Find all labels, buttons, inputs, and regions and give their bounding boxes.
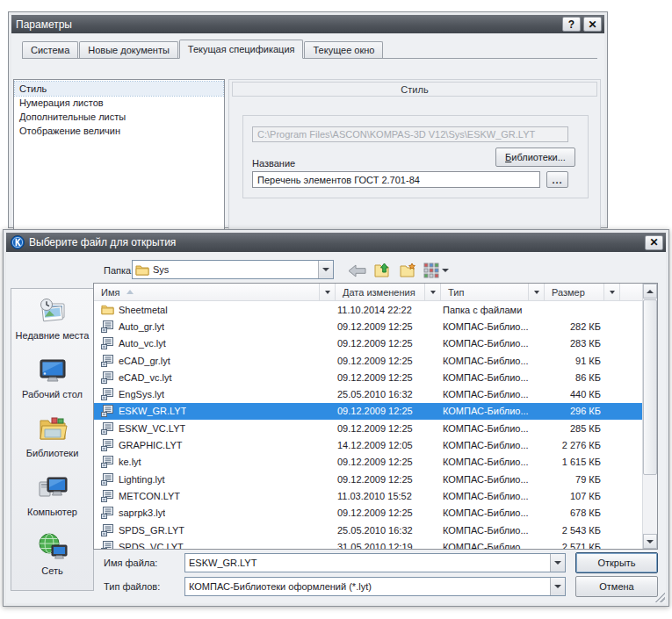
lyt-file-icon	[101, 489, 114, 502]
new-folder-button[interactable]	[398, 261, 417, 280]
column-header-filler	[620, 284, 642, 300]
file-type-label: Тип файлов:	[104, 581, 160, 592]
table-row[interactable]: SPDS_GR.LYT 25.05.2010 16:32 КОМПАС-Библ…	[94, 522, 642, 538]
table-row[interactable]: eCAD_vc.lyt 09.12.2009 12:25 КОМПАС-Библ…	[94, 369, 642, 385]
lyt-file-icon	[101, 439, 114, 452]
table-row[interactable]: Lighting.lyt 09.12.2009 12:25 КОМПАС-Биб…	[94, 471, 642, 487]
lyt-file-icon	[101, 456, 114, 469]
table-row[interactable]: eCAD_gr.lyt 09.12.2009 12:25 КОМПАС-Библ…	[94, 352, 642, 369]
lyt-file-icon	[101, 354, 114, 367]
nav-item-quantity-display[interactable]: Отображение величин	[15, 124, 223, 138]
up-one-level-icon	[373, 263, 391, 278]
place-desktop[interactable]: Рабочий стол	[11, 355, 93, 400]
column-filter-type[interactable]	[529, 284, 545, 300]
computer-icon	[37, 472, 69, 504]
style-groupbox: C:\Program Files\ASCON\KOMPAS-3D V12\Sys…	[242, 115, 589, 198]
place-network[interactable]: Сеть	[11, 531, 93, 577]
open-button[interactable]: Открыть	[575, 552, 658, 573]
close-button[interactable]: ✕	[583, 17, 602, 32]
folder-combobox-arrow[interactable]	[318, 261, 333, 278]
libraries-icon	[37, 414, 69, 445]
vertical-scrollbar[interactable]	[642, 284, 657, 549]
file-list-header: Имя Дата изменения Тип Размер	[94, 284, 642, 301]
folder-combobox[interactable]: Sys	[132, 260, 334, 279]
parameters-dialog: Параметры ? ✕ Система Новые документы Те…	[8, 11, 608, 228]
lyt-file-icon	[101, 523, 114, 536]
nav-item-additional-sheets[interactable]: Дополнительные листы	[15, 110, 223, 124]
style-name-label: Название	[252, 158, 295, 169]
recent-places-icon	[37, 296, 69, 327]
tab-new-documents[interactable]: Новые документы	[79, 41, 178, 58]
lyt-file-icon	[101, 472, 114, 486]
table-row[interactable]: Sheetmetal 11.10.2014 22:22 Папка с файл…	[94, 301, 642, 318]
places-sidebar: Недавние места Рабочий стол	[11, 288, 94, 591]
new-folder-icon	[399, 263, 416, 278]
nav-item-style[interactable]: Стиль	[15, 82, 223, 96]
column-header-size[interactable]: Размер	[545, 284, 604, 300]
style-panel-header: Стиль	[232, 82, 597, 97]
table-row[interactable]: SPDS_VC.LYT 31.05.2010 12:19 КОМПАС-Библ…	[94, 538, 642, 549]
file-type-value: КОМПАС-Библиотеки оформлений (*.lyt)	[185, 581, 550, 592]
up-one-level-button[interactable]	[372, 261, 392, 280]
libraries-button[interactable]: Библиотеки...	[495, 148, 575, 167]
network-icon	[37, 531, 69, 563]
table-row[interactable]: saprpk3.lyt 09.12.2009 12:25 КОМПАС-Библ…	[94, 505, 642, 522]
column-header-name[interactable]: Имя	[94, 284, 320, 300]
parameters-body: Система Новые документы Текущая специфик…	[11, 33, 604, 225]
close-button[interactable]: ✕	[645, 235, 663, 250]
folder-label: Папка:	[104, 265, 134, 276]
tab-bar: Система Новые документы Текущая специфик…	[22, 40, 597, 59]
cancel-button[interactable]: Отмена	[575, 576, 658, 597]
tab-system[interactable]: Система	[22, 41, 78, 58]
view-menu-button[interactable]	[423, 263, 449, 278]
nav-item-sheet-numbering[interactable]: Нумерация листов	[15, 96, 223, 110]
lyt-file-icon	[101, 337, 114, 350]
place-libraries[interactable]: Библиотеки	[11, 414, 93, 459]
column-header-date[interactable]: Дата изменения	[336, 284, 425, 300]
back-button[interactable]	[347, 261, 366, 280]
table-row[interactable]: ke.lyt 09.12.2009 12:25 КОМПАС-Библио...…	[94, 454, 642, 471]
browse-button[interactable]: ...	[546, 171, 568, 188]
tab-current-specification[interactable]: Текущая спецификация	[179, 40, 304, 59]
lyt-file-icon	[101, 421, 114, 435]
file-open-titlebar[interactable]: Выберите файл для открытия ✕	[6, 233, 666, 252]
folder-icon	[101, 303, 114, 316]
table-row[interactable]: Auto_vc.lyt 09.12.2009 12:25 КОМПАС-Библ…	[94, 335, 642, 352]
desktop: Параметры ? ✕ Система Новые документы Те…	[0, 0, 672, 619]
file-name-combobox-arrow[interactable]	[550, 554, 565, 572]
column-header-type[interactable]: Тип	[441, 284, 529, 300]
file-name-input[interactable]	[185, 558, 550, 568]
place-computer[interactable]: Компьютер	[11, 472, 93, 518]
table-row[interactable]: METCON.LYT 11.03.2010 15:52 КОМПАС-Библи…	[94, 487, 642, 504]
view-menu-icon	[423, 263, 439, 278]
file-type-combobox-arrow[interactable]	[550, 578, 565, 595]
settings-nav-list: Стиль Нумерация листов Дополнительные ли…	[13, 79, 225, 255]
scrollbar-down-button[interactable]	[643, 534, 657, 549]
style-name-input[interactable]	[252, 171, 540, 188]
file-open-body: Папка: Sys	[6, 252, 666, 603]
scrollbar-thumb[interactable]	[643, 299, 657, 475]
dialog-title: Выберите файл для открытия	[29, 236, 642, 248]
navigation-toolbar	[347, 261, 449, 280]
tab-current-window[interactable]: Текущее окно	[304, 41, 383, 58]
table-row[interactable]: GRAPHIC.LYT 14.12.2009 12:05 КОМПАС-Библ…	[94, 436, 642, 453]
file-type-combobox[interactable]: КОМПАС-Библиотеки оформлений (*.lyt)	[184, 577, 566, 596]
column-filter-name[interactable]	[320, 284, 336, 300]
place-recent[interactable]: Недавние места	[11, 296, 93, 342]
table-row[interactable]: ESKW_GR.LYT 09.12.2009 12:25 КОМПАС-Библ…	[94, 403, 642, 420]
folder-icon	[135, 264, 149, 276]
file-list: Имя Дата изменения Тип Размер	[93, 283, 658, 550]
lyt-file-icon	[101, 320, 114, 333]
table-row[interactable]: Auto_gr.lyt 09.12.2009 12:25 КОМПАС-Библ…	[94, 318, 642, 335]
table-row[interactable]: ESKW_VC.LYT 09.12.2009 12:25 КОМПАС-Библ…	[94, 420, 642, 436]
style-path-field: C:\Program Files\ASCON\KOMPAS-3D V12\Sys…	[252, 126, 568, 142]
scrollbar-up-button[interactable]	[643, 284, 657, 299]
file-name-combobox[interactable]	[184, 553, 566, 572]
parameters-titlebar[interactable]: Параметры ? ✕	[11, 15, 604, 33]
table-row[interactable]: EngSys.lyt 25.05.2010 16:32 КОМПАС-Библи…	[94, 385, 642, 402]
column-filter-size[interactable]	[604, 284, 620, 300]
help-button[interactable]: ?	[562, 17, 581, 32]
dialog-title: Параметры	[16, 18, 560, 31]
desktop-icon	[37, 355, 69, 386]
column-filter-date[interactable]	[425, 284, 441, 300]
